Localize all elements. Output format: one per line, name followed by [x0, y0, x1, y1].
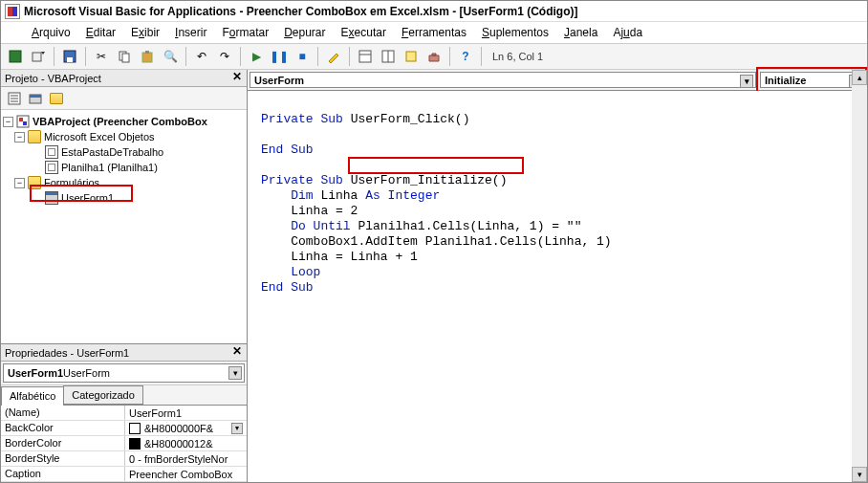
break-button[interactable]: ❚❚	[269, 46, 290, 67]
save-button[interactable]	[59, 46, 80, 67]
properties-panel: Propriedades - UserForm1 ✕ UserForm1 Use…	[1, 343, 247, 482]
properties-button[interactable]	[378, 46, 399, 67]
menu-formatar[interactable]: Formatar	[214, 24, 276, 41]
tree-workbook-item[interactable]: EstaPastaDeTrabalho	[3, 144, 245, 160]
properties-panel-close[interactable]: ✕	[229, 344, 245, 360]
menu-editar[interactable]: Editar	[78, 24, 123, 41]
menu-arquivo[interactable]: Arquivo	[24, 24, 78, 41]
color-swatch	[129, 423, 141, 434]
svg-rect-0	[10, 51, 21, 62]
prop-row-name[interactable]: (Name) UserForm1	[1, 406, 247, 421]
selector-object-name: UserForm1	[8, 367, 63, 379]
workbook-icon	[45, 145, 58, 159]
menu-exibir[interactable]: Exibir	[123, 24, 167, 41]
project-panel-title: Projeto - VBAProject	[5, 73, 101, 84]
cut-button[interactable]: ✂	[91, 46, 112, 67]
svg-rect-5	[122, 54, 129, 62]
properties-panel-header: Propriedades - UserForm1 ✕	[1, 344, 247, 362]
menu-depurar[interactable]: Depurar	[276, 24, 333, 41]
prop-row-borderstyle[interactable]: BorderStyle 0 - fmBorderStyleNor	[1, 451, 247, 467]
dropdown-icon[interactable]: ▾	[228, 366, 242, 380]
tab-categorized[interactable]: Categorizado	[63, 385, 142, 405]
tree-objects-folder[interactable]: − Microsoft Excel Objetos	[3, 129, 245, 144]
reset-button[interactable]: ■	[292, 46, 313, 67]
svg-rect-1	[33, 53, 41, 61]
collapse-icon[interactable]: −	[14, 132, 25, 143]
redo-button[interactable]: ↷	[214, 46, 235, 67]
undo-button[interactable]: ↶	[191, 46, 212, 67]
svg-rect-12	[406, 52, 416, 61]
paste-button[interactable]	[137, 46, 158, 67]
menu-janela[interactable]: Janela	[556, 24, 605, 41]
project-explorer-button[interactable]	[355, 46, 376, 67]
title-bar: Microsoft Visual Basic for Applications …	[1, 1, 867, 22]
app-icon	[5, 4, 20, 19]
svg-rect-20	[19, 118, 23, 121]
cursor-position: Ln 6, Col 1	[492, 51, 543, 62]
view-object-button[interactable]	[26, 89, 45, 108]
dropdown-icon[interactable]: ▾	[740, 75, 753, 88]
svg-rect-3	[67, 57, 73, 62]
project-tree[interactable]: − VBAProject (Preencher ComboBox − Micro…	[1, 110, 247, 343]
menu-suplementos[interactable]: Suplementos	[474, 24, 556, 41]
help-button[interactable]: ?	[455, 46, 476, 67]
svg-rect-21	[23, 121, 27, 125]
svg-rect-8	[359, 51, 371, 62]
folder-icon	[28, 176, 41, 189]
menu-bar: Arquivo Editar Exibir Inserir Formatar D…	[1, 22, 867, 43]
highlight-initialize-sub	[348, 157, 524, 174]
properties-tabs: Alfabético Categorizado	[1, 385, 247, 406]
project-panel-close[interactable]: ✕	[229, 70, 245, 85]
svg-rect-7	[145, 51, 149, 54]
project-icon	[16, 115, 30, 128]
code-pane: UserForm ▾ Initialize ▾ Private Sub User…	[248, 70, 867, 482]
code-editor[interactable]: Private Sub UserForm_Click() End Sub Pri…	[248, 91, 867, 482]
color-swatch	[129, 438, 141, 450]
menu-ferramentas[interactable]: Ferramentas	[394, 24, 474, 41]
prop-row-caption[interactable]: Caption Preencher ComboBox	[1, 467, 247, 482]
scroll-down-button[interactable]: ▾	[852, 467, 867, 482]
insert-dropdown[interactable]	[28, 46, 49, 67]
folder-icon	[28, 130, 41, 143]
tab-alphabetical[interactable]: Alfabético	[1, 386, 64, 406]
menu-executar[interactable]: Executar	[334, 24, 394, 41]
toolbox-button[interactable]	[423, 46, 445, 67]
menu-ajuda[interactable]: Ajuda	[605, 24, 650, 41]
window-title: Microsoft Visual Basic for Applications …	[24, 5, 577, 18]
procedure-dropdown-value: Initialize	[765, 75, 806, 86]
properties-panel-title: Propriedades - UserForm1	[5, 347, 129, 359]
toggle-folders-button[interactable]	[47, 89, 66, 108]
tree-sheet-item[interactable]: Planilha1 (Planilha1)	[3, 160, 245, 175]
procedure-dropdown[interactable]: Initialize ▾	[760, 72, 865, 88]
code-header: UserForm ▾ Initialize ▾	[248, 70, 867, 91]
view-code-button[interactable]	[5, 89, 24, 108]
properties-object-selector[interactable]: UserForm1 UserForm ▾	[3, 363, 245, 383]
svg-rect-18	[30, 95, 41, 98]
menu-inserir[interactable]: Inserir	[167, 24, 214, 41]
copy-button[interactable]	[114, 46, 135, 67]
tree-root-label: VBAProject (Preencher ComboBox	[33, 116, 207, 127]
sheet-icon	[45, 161, 58, 174]
tree-forms-folder[interactable]: − Formulários	[3, 175, 245, 190]
view-excel-button[interactable]	[5, 46, 26, 67]
prop-row-bordercolor[interactable]: BorderColor &H80000012&	[1, 436, 247, 451]
collapse-icon[interactable]: −	[14, 178, 25, 188]
project-panel-header: Projeto - VBAProject ✕	[1, 70, 247, 87]
object-dropdown-value: UserForm	[254, 75, 304, 86]
find-button[interactable]: 🔍	[160, 46, 181, 67]
tree-userform1-item[interactable]: UserForm1	[3, 190, 245, 206]
tree-root[interactable]: − VBAProject (Preencher ComboBox	[3, 114, 245, 129]
object-browser-button[interactable]	[401, 46, 422, 67]
design-mode-button[interactable]	[323, 46, 344, 67]
left-column: Projeto - VBAProject ✕ − VBAProject (Pre…	[1, 70, 248, 482]
run-button[interactable]: ▶	[246, 46, 267, 67]
prop-row-backcolor[interactable]: BackColor &H8000000F&▾	[1, 421, 247, 436]
collapse-icon[interactable]: −	[3, 117, 13, 127]
dropdown-icon[interactable]: ▾	[231, 423, 243, 434]
properties-grid[interactable]: (Name) UserForm1 BackColor &H8000000F&▾ …	[1, 406, 247, 482]
selector-object-type: UserForm	[63, 367, 110, 379]
vertical-scrollbar[interactable]: ▴ ▾	[852, 70, 867, 482]
object-dropdown[interactable]: UserForm ▾	[250, 72, 756, 88]
scroll-up-button[interactable]: ▴	[852, 70, 867, 85]
workspace: Projeto - VBAProject ✕ − VBAProject (Pre…	[1, 70, 867, 482]
